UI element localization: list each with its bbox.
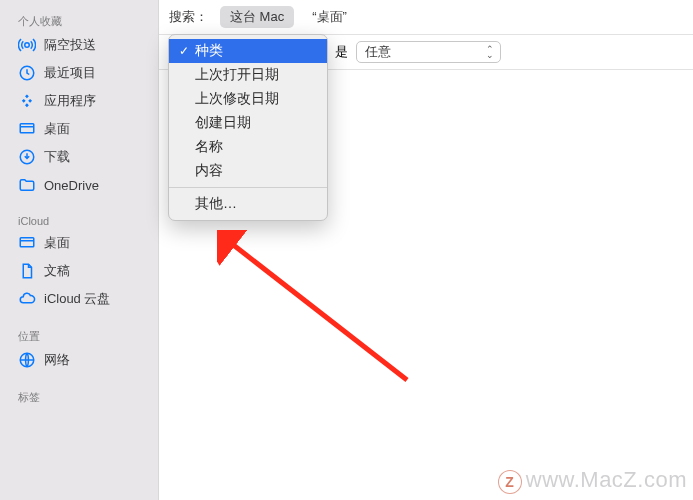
clock-icon	[18, 64, 36, 82]
criteria-relation: 是	[335, 43, 348, 61]
desktop-icon	[18, 120, 36, 138]
popup-item-last-opened[interactable]: 上次打开日期	[169, 63, 327, 87]
popup-item-name[interactable]: 名称	[169, 135, 327, 159]
chevron-updown-icon: ⌃⌄	[486, 46, 494, 58]
criteria-value: 任意	[365, 43, 391, 61]
section-header-tags: 标签	[0, 384, 158, 407]
popup-divider	[169, 187, 327, 188]
sidebar-item-label: iCloud 云盘	[44, 290, 110, 308]
popup-item-label: 种类	[195, 42, 317, 60]
scope-this-mac[interactable]: 这台 Mac	[220, 6, 294, 28]
sidebar-item-icloud-desktop[interactable]: 桌面	[0, 229, 158, 257]
search-scope-row: 搜索： 这台 Mac “桌面”	[159, 0, 693, 35]
popup-item-label: 其他…	[195, 195, 317, 213]
sidebar-item-network[interactable]: 网络	[0, 346, 158, 374]
popup-item-label: 上次打开日期	[195, 66, 317, 84]
sidebar-item-icloud-documents[interactable]: 文稿	[0, 257, 158, 285]
sidebar-item-label: 应用程序	[44, 92, 96, 110]
popup-item-kind[interactable]: ✓ 种类	[169, 39, 327, 63]
popup-item-label: 名称	[195, 138, 317, 156]
checkmark-icon: ✓	[177, 44, 191, 58]
network-icon	[18, 351, 36, 369]
desktop-icon	[18, 234, 36, 252]
sidebar-item-label: 隔空投送	[44, 36, 96, 54]
svg-rect-2	[20, 124, 34, 133]
svg-rect-4	[20, 238, 34, 247]
popup-item-created[interactable]: 创建日期	[169, 111, 327, 135]
sidebar-item-label: 桌面	[44, 120, 70, 138]
sidebar-item-desktop[interactable]: 桌面	[0, 115, 158, 143]
sidebar-item-airdrop[interactable]: 隔空投送	[0, 31, 158, 59]
sidebar-item-onedrive[interactable]: OneDrive	[0, 171, 158, 199]
sidebar-item-recents[interactable]: 最近项目	[0, 59, 158, 87]
cloud-icon	[18, 290, 36, 308]
search-label: 搜索：	[169, 8, 208, 26]
apps-icon	[18, 92, 36, 110]
popup-item-last-modified[interactable]: 上次修改日期	[169, 87, 327, 111]
sidebar-item-label: 桌面	[44, 234, 70, 252]
sidebar-item-label: 下载	[44, 148, 70, 166]
section-header-favorites: 个人收藏	[0, 8, 158, 31]
sidebar-item-label: 文稿	[44, 262, 70, 280]
popup-item-label: 创建日期	[195, 114, 317, 132]
scope-desktop[interactable]: “桌面”	[302, 6, 357, 28]
section-header-icloud: iCloud	[0, 209, 158, 229]
sidebar-item-icloud-drive[interactable]: iCloud 云盘	[0, 285, 158, 313]
popup-item-other[interactable]: 其他…	[169, 192, 327, 216]
download-icon	[18, 148, 36, 166]
sidebar-item-label: 最近项目	[44, 64, 96, 82]
sidebar-item-label: 网络	[44, 351, 70, 369]
sidebar-item-applications[interactable]: 应用程序	[0, 87, 158, 115]
airdrop-icon	[18, 36, 36, 54]
sidebar-item-label: OneDrive	[44, 178, 99, 193]
section-header-locations: 位置	[0, 323, 158, 346]
criteria-attribute-popup: ✓ 种类 上次打开日期 上次修改日期 创建日期 名称 内容 其他…	[168, 34, 328, 221]
document-icon	[18, 262, 36, 280]
popup-item-label: 上次修改日期	[195, 90, 317, 108]
sidebar-item-downloads[interactable]: 下载	[0, 143, 158, 171]
criteria-value-dropdown[interactable]: 任意 ⌃⌄	[356, 41, 501, 63]
folder-icon	[18, 176, 36, 194]
svg-point-0	[25, 43, 30, 48]
popup-item-label: 内容	[195, 162, 317, 180]
popup-item-contents[interactable]: 内容	[169, 159, 327, 183]
sidebar: 个人收藏 隔空投送 最近项目 应用程序 桌面 下载 OneDrive iClou…	[0, 0, 158, 500]
